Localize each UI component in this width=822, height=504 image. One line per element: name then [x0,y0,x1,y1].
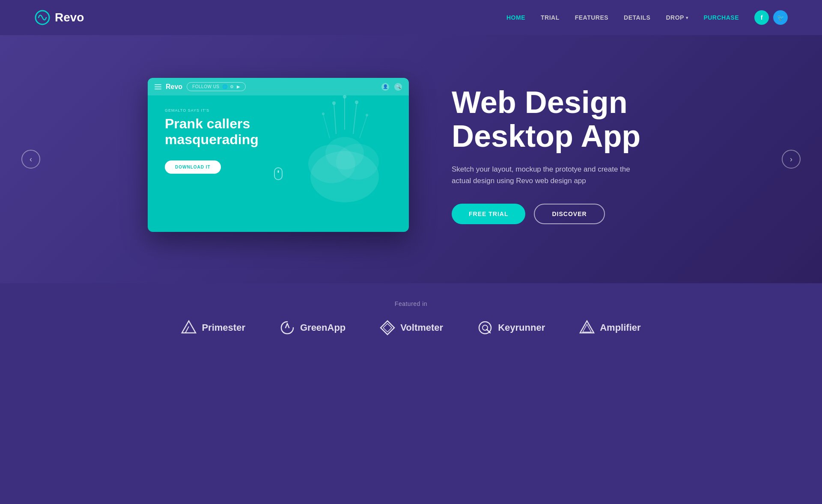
hero-subtitle: Sketch your layout, mockup the prototye … [452,163,631,187]
featured-section: Featured in Primester GreenApp [0,283,822,361]
svg-line-16 [185,326,189,333]
main-nav: HOME TRIAL FEATURES DETAILS DROP ▾ PURCH… [506,10,788,25]
carousel-prev-button[interactable]: ‹ [21,150,40,169]
brand-keyrunner: Keyrunner [477,320,545,335]
brand-primester-name: Primester [202,322,245,333]
svg-line-11 [323,115,330,138]
facebook-button[interactable]: f [754,10,769,25]
featured-logos: Primester GreenApp Voltmeter [34,320,788,335]
brand-primester: Primester [181,320,245,335]
preview-content: GEMALTO SAYS IT'S Prank callers masquera… [148,95,409,187]
hero-section: ‹ Revo FOLLOW US 🌐 ⚙ ▶ [0,35,822,283]
brand-voltmeter: Voltmeter [380,320,443,335]
nav-details[interactable]: DETAILS [624,14,650,21]
logo-icon [34,9,51,26]
chevron-left-icon: ‹ [30,155,32,164]
keyrunner-icon [477,320,493,335]
youtube-icon: ▶ [237,84,241,89]
preview-bar-left: Revo FOLLOW US 🌐 ⚙ ▶ [155,82,246,91]
svg-point-10 [355,101,358,104]
preview-user-icon: 👤 [381,83,389,91]
header: Revo HOME TRIAL FEATURES DETAILS DROP ▾ … [0,0,822,35]
social-icons: f 🐦 [754,10,788,25]
voltmeter-icon [380,320,395,335]
svg-point-9 [343,95,346,98]
nav-trial[interactable]: TRIAL [541,14,560,21]
brand-amplifier: Amplifier [579,320,640,335]
brand-amplifier-name: Amplifier [600,322,640,333]
greenapp-icon [280,320,295,335]
preview-follow-btn[interactable]: FOLLOW US 🌐 ⚙ ▶ [187,82,246,91]
svg-point-8 [332,101,336,105]
nav-features[interactable]: FEATURES [575,14,608,21]
preview-3d-shape [298,91,392,211]
primester-icon [181,320,197,335]
discover-button[interactable]: DISCOVER [534,204,605,224]
svg-marker-17 [381,321,394,335]
featured-label: Featured in [34,300,788,307]
logo-area: Revo [34,9,84,26]
brand-greenapp: GreenApp [280,320,345,335]
facebook-icon: f [761,14,763,21]
app-preview-container: Revo FOLLOW US 🌐 ⚙ ▶ 👤 🔍 [148,78,409,232]
github-icon: ⚙ [230,84,234,89]
svg-line-7 [353,103,357,134]
globe-icon: 🌐 [222,84,228,89]
chevron-right-icon: › [790,155,792,164]
brand-greenapp-name: GreenApp [300,322,345,333]
preview-search-icon: 🔍 [394,83,402,91]
svg-marker-18 [383,323,392,332]
svg-line-12 [360,116,367,138]
svg-point-14 [366,114,368,116]
nav-purchase[interactable]: PURCHASE [703,14,739,21]
svg-line-5 [334,104,336,134]
brand-keyrunner-name: Keyrunner [498,322,545,333]
hero-buttons: FREE TRIAL DISCOVER [452,204,674,224]
svg-marker-22 [580,321,594,333]
preview-menu-icon [155,84,161,89]
nav-drop[interactable]: DROP ▾ [666,14,688,21]
preview-logo: Revo [166,83,182,91]
nav-home[interactable]: HOME [506,14,525,21]
hero-title: Web Design Desktop App [452,86,674,153]
hero-text: Web Design Desktop App Sketch your layou… [452,86,674,225]
preview-mouse-icon [274,167,283,180]
chevron-down-icon: ▾ [686,15,688,20]
amplifier-icon [579,320,595,335]
twitter-button[interactable]: 🐦 [773,10,788,25]
svg-point-13 [322,113,325,115]
twitter-icon: 🐦 [777,14,784,21]
app-preview: Revo FOLLOW US 🌐 ⚙ ▶ 👤 🔍 [148,78,409,232]
preview-bar-right: 👤 🔍 [381,83,402,91]
svg-point-4 [325,137,364,169]
logo-text: Revo [55,11,84,24]
preview-download-button[interactable]: DOWNLOAD IT [165,160,221,174]
carousel-next-button[interactable]: › [782,150,801,169]
brand-voltmeter-name: Voltmeter [400,322,443,333]
free-trial-button[interactable]: FREE TRIAL [452,204,525,224]
